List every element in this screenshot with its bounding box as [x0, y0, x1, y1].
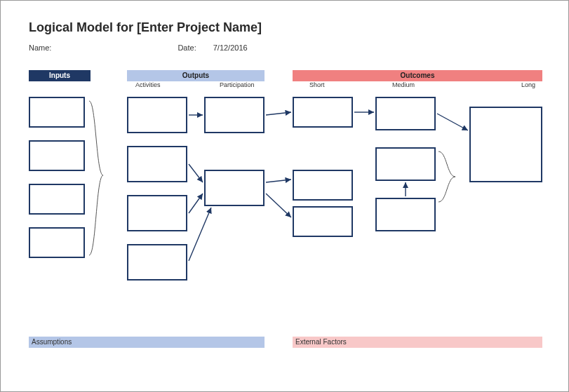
diagram-canvas	[29, 93, 540, 331]
medium-outcome-box[interactable]	[375, 147, 436, 181]
date-label: Date:	[178, 43, 196, 52]
footer-assumptions: Assumptions	[29, 337, 265, 348]
input-box[interactable]	[29, 140, 85, 171]
arrows-layer	[29, 93, 542, 331]
svg-line-5	[266, 180, 291, 182]
medium-outcome-box[interactable]	[375, 97, 436, 130]
section-headers: Inputs Outputs Outcomes Activities Parti…	[29, 70, 540, 93]
input-box[interactable]	[29, 97, 85, 128]
input-box[interactable]	[29, 184, 85, 215]
header-outcomes: Outcomes	[293, 70, 542, 81]
footer-external-factors: External Factors	[293, 337, 542, 348]
subheader-short: Short	[309, 81, 325, 88]
meta-row: Name: Date: 7/12/2016	[29, 43, 540, 52]
subheader-medium: Medium	[392, 81, 415, 88]
name-label: Name:	[29, 43, 51, 52]
subheader-long: Long	[521, 81, 535, 88]
long-outcome-box[interactable]	[469, 107, 542, 182]
participation-box[interactable]	[204, 170, 265, 206]
subheader-activities: Activities	[135, 81, 161, 88]
activity-box[interactable]	[127, 97, 187, 133]
short-outcome-box[interactable]	[293, 170, 353, 201]
page-title: Logical Model for [Enter Project Name]	[29, 20, 540, 35]
short-outcome-box[interactable]	[293, 206, 353, 237]
activity-box[interactable]	[127, 195, 187, 231]
svg-line-3	[189, 208, 211, 261]
activity-box[interactable]	[127, 244, 187, 281]
svg-line-2	[189, 194, 203, 213]
date-value: 7/12/2016	[213, 43, 248, 52]
footer-bands: Assumptions External Factors	[29, 337, 540, 349]
header-inputs: Inputs	[29, 70, 91, 81]
medium-outcome-box[interactable]	[375, 198, 436, 231]
subheader-participation: Participation	[220, 81, 255, 88]
svg-line-6	[266, 194, 291, 217]
input-box[interactable]	[29, 227, 85, 258]
svg-line-4	[266, 112, 291, 115]
participation-box[interactable]	[204, 97, 265, 133]
activity-box[interactable]	[127, 146, 187, 182]
svg-line-1	[189, 164, 203, 182]
header-outputs: Outputs	[127, 70, 265, 81]
short-outcome-box[interactable]	[293, 97, 353, 128]
svg-line-8	[437, 114, 468, 130]
